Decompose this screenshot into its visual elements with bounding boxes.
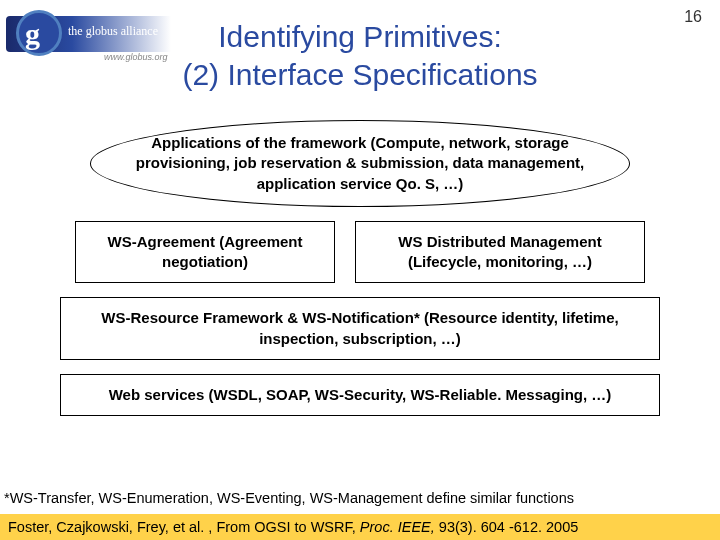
citation-prefix: Foster, Czajkowski, Frey, et al. , From … (8, 519, 360, 535)
diagram-content: Applications of the framework (Compute, … (0, 120, 720, 416)
globus-logo: g the globus alliance www.globus.org (4, 14, 174, 72)
ws-agreement-box: WS-Agreement (Agreement negotiation) (75, 221, 335, 284)
title-line-1: Identifying Primitives: (218, 20, 501, 53)
ws-distributed-mgmt-box: WS Distributed Management (Lifecycle, mo… (355, 221, 645, 284)
citation-suffix: 93(3). 604 -612. 2005 (439, 519, 578, 535)
citation-journal: Proc. IEEE, (360, 519, 439, 535)
applications-ellipse: Applications of the framework (Compute, … (90, 120, 630, 207)
footnote: *WS-Transfer, WS-Enumeration, WS-Eventin… (4, 490, 716, 506)
logo-text: the globus alliance (68, 24, 158, 39)
ws-resource-framework-box: WS-Resource Framework & WS-Notification*… (60, 297, 660, 360)
logo-glyph: g (25, 17, 40, 51)
citation-bar: Foster, Czajkowski, Frey, et al. , From … (0, 514, 720, 540)
middle-row: WS-Agreement (Agreement negotiation) WS … (50, 221, 670, 284)
page-number: 16 (684, 8, 702, 26)
title-line-2: (2) Interface Specifications (182, 58, 537, 91)
web-services-box: Web services (WSDL, SOAP, WS-Security, W… (60, 374, 660, 416)
logo-subtext: www.globus.org (104, 52, 168, 62)
